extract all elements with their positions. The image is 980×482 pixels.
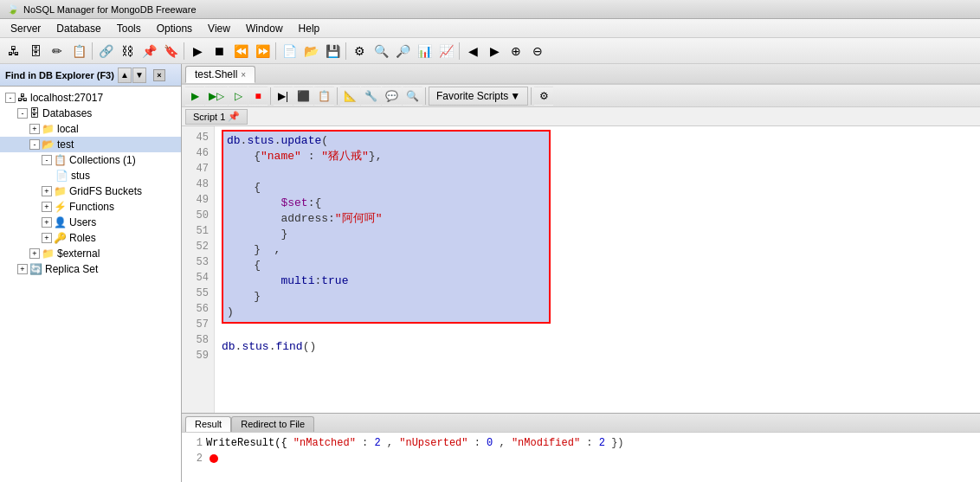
script-tab-1[interactable]: Script 1 📌 bbox=[185, 109, 248, 125]
tree-stus[interactable]: 📄 stus bbox=[0, 168, 181, 183]
tree-gridfsbuckets[interactable]: + 📁 GridFS Buckets bbox=[0, 183, 181, 199]
toolbar-btn-16[interactable]: ⚙ bbox=[349, 41, 370, 61]
toolbar-btn-6[interactable]: ⛓ bbox=[117, 41, 138, 61]
ln-52: 52 bbox=[182, 239, 214, 254]
code-line-49: $set:{ bbox=[227, 196, 545, 211]
result-line-1: 1 WriteResult({ "nMatched" : 2 , "nUpser… bbox=[189, 435, 973, 451]
comment-btn[interactable]: 💬 bbox=[382, 87, 402, 106]
right-panel: test.Shell × ▶ ▶▷ ▷ ■ ▶| ⬛ 📋 📐 🔧 💬 🔍 Fav… bbox=[182, 64, 980, 482]
toolbar-btn-8[interactable]: 🔖 bbox=[160, 41, 181, 61]
tree-expand-external[interactable]: + bbox=[29, 248, 40, 259]
ln-51: 51 bbox=[182, 223, 214, 239]
code-content[interactable]: db.stus.update( {"name" : "猪八戒"}, { $set… bbox=[215, 126, 980, 413]
tree-expand-functions[interactable]: + bbox=[42, 202, 52, 212]
code-line-46: {"name" : "猪八戒"}, bbox=[227, 149, 545, 164]
tree-expand-users[interactable]: + bbox=[42, 217, 52, 228]
find-explorer-label: Find in DB Explorer (F3) bbox=[5, 70, 114, 80]
settings-btn[interactable]: ⚙ bbox=[534, 87, 553, 106]
toolbar-btn-14[interactable]: 📂 bbox=[300, 41, 321, 61]
nav-up[interactable]: ▲ bbox=[118, 67, 132, 83]
toolbar-btn-9[interactable]: ▶ bbox=[187, 41, 208, 61]
toolbar-btn-19[interactable]: 📊 bbox=[414, 41, 435, 61]
tree-local[interactable]: + 📁 local bbox=[0, 121, 181, 137]
toolbar-btn-1[interactable]: 🖧 bbox=[3, 41, 24, 61]
databases-label: Databases bbox=[42, 107, 92, 119]
tree-collections[interactable]: - 📋 Collections (1) bbox=[0, 152, 181, 168]
result-tab-redirect[interactable]: Redirect to File bbox=[231, 416, 314, 432]
menu-view[interactable]: View bbox=[201, 21, 237, 36]
menu-options[interactable]: Options bbox=[150, 21, 199, 36]
main-toolbar: 🖧 🗄 ✏ 📋 🔗 ⛓ 📌 🔖 ▶ ⏹ ⏪ ⏩ 📄 📂 💾 ⚙ 🔍 🔎 📊 📈 … bbox=[0, 38, 980, 64]
tree-expand-connection[interactable]: - bbox=[5, 93, 16, 103]
open-script-btn[interactable]: 📋 bbox=[314, 87, 334, 106]
external-label: $external bbox=[57, 247, 100, 260]
toolbar-btn-4[interactable]: 📋 bbox=[68, 41, 89, 61]
toolbar-btn-17[interactable]: 🔍 bbox=[371, 41, 391, 61]
result-tab-result[interactable]: Result bbox=[185, 416, 231, 432]
menu-database[interactable]: Database bbox=[49, 21, 107, 36]
find-explorer-header: Find in DB Explorer (F3) ▲ ▼ × bbox=[0, 64, 181, 87]
stop-btn[interactable]: ■ bbox=[248, 87, 268, 106]
tree-external[interactable]: + 📁 $external bbox=[0, 246, 181, 261]
code-editor[interactable]: 45 46 47 48 49 50 51 52 53 54 55 56 57 5… bbox=[182, 126, 980, 413]
code-line-48: { bbox=[227, 180, 545, 196]
tree-test[interactable]: - 📂 test bbox=[0, 137, 181, 152]
run-btn[interactable]: ▶ bbox=[185, 87, 204, 106]
run-step-btn[interactable]: ▶| bbox=[274, 87, 293, 106]
toolbar-btn-5[interactable]: 🔗 bbox=[95, 41, 116, 61]
toolbar-btn-20[interactable]: 📈 bbox=[435, 41, 456, 61]
menu-window[interactable]: Window bbox=[239, 21, 290, 36]
collections-label: Collections (1) bbox=[69, 154, 136, 166]
code-line-50: address:"阿何呵" bbox=[227, 211, 545, 227]
tree-expand-collections[interactable]: - bbox=[42, 155, 52, 165]
search-code-btn[interactable]: 🔍 bbox=[403, 87, 422, 106]
tree-functions[interactable]: + ⚡ Functions bbox=[0, 199, 181, 215]
run-current-btn[interactable]: ▷ bbox=[229, 87, 248, 106]
local-db-icon: 📁 bbox=[42, 123, 55, 135]
toolbar-btn-22[interactable]: ▶ bbox=[484, 41, 505, 61]
tree-expand-databases[interactable]: - bbox=[17, 108, 28, 119]
toolbar-btn-10[interactable]: ⏹ bbox=[209, 41, 229, 61]
toolbar-btn-13[interactable]: 📄 bbox=[279, 41, 300, 61]
tree-expand-local[interactable]: + bbox=[29, 124, 40, 134]
toolbar-btn-2[interactable]: 🗄 bbox=[25, 41, 46, 61]
toolbar-btn-23[interactable]: ⊕ bbox=[506, 41, 526, 61]
run-selected-btn[interactable]: ▶▷ bbox=[205, 87, 228, 106]
tree-expand-roles[interactable]: + bbox=[42, 233, 52, 243]
toolbar-sep-2 bbox=[184, 42, 184, 60]
databases-icon: 🗄 bbox=[29, 107, 40, 119]
script-sep-1 bbox=[270, 87, 271, 105]
toolbar-btn-21[interactable]: ◀ bbox=[462, 41, 483, 61]
format-btn[interactable]: 🔧 bbox=[361, 87, 381, 106]
script-toolbar: ▶ ▶▷ ▷ ■ ▶| ⬛ 📋 📐 🔧 💬 🔍 Favorite Scripts… bbox=[182, 85, 980, 107]
tree-databases[interactable]: - 🗄 Databases bbox=[0, 106, 181, 121]
toolbar-btn-15[interactable]: 💾 bbox=[322, 41, 343, 61]
menu-tools[interactable]: Tools bbox=[110, 21, 148, 36]
tree-connection[interactable]: - 🖧 localhost:27017 bbox=[0, 90, 181, 106]
left-panel: Find in DB Explorer (F3) ▲ ▼ × - 🖧 local… bbox=[0, 64, 182, 482]
menu-help[interactable]: Help bbox=[292, 21, 327, 36]
tree-replicaset[interactable]: + 🔄 Replica Set bbox=[0, 261, 181, 277]
save-script-btn[interactable]: ⬛ bbox=[293, 87, 313, 106]
tree-expand-gridfsbuckets[interactable]: + bbox=[42, 186, 52, 196]
menu-server[interactable]: Server bbox=[3, 21, 48, 36]
nav-down[interactable]: ▼ bbox=[132, 67, 146, 83]
toolbar-btn-7[interactable]: 📌 bbox=[139, 41, 159, 61]
toolbar-btn-12[interactable]: ⏩ bbox=[252, 41, 273, 61]
toolbar-btn-18[interactable]: 🔎 bbox=[392, 41, 413, 61]
favorite-scripts-btn[interactable]: Favorite Scripts ▼ bbox=[429, 87, 528, 106]
tree-expand-replicaset[interactable]: + bbox=[17, 264, 28, 274]
indent-btn[interactable]: 📐 bbox=[340, 87, 360, 106]
result-ln-2: 2 bbox=[189, 451, 203, 466]
tab-close-icon[interactable]: × bbox=[241, 70, 246, 80]
tree-expand-test[interactable]: - bbox=[29, 139, 40, 150]
tree-roles[interactable]: + 🔑 Roles bbox=[0, 230, 181, 246]
connection-label: localhost:27017 bbox=[30, 92, 103, 104]
toolbar-btn-24[interactable]: ⊖ bbox=[527, 41, 548, 61]
replicaset-label: Replica Set bbox=[45, 263, 98, 275]
tab-test-shell[interactable]: test.Shell × bbox=[185, 66, 255, 83]
toolbar-btn-3[interactable]: ✏ bbox=[47, 41, 68, 61]
toolbar-btn-11[interactable]: ⏪ bbox=[230, 41, 251, 61]
find-explorer-close[interactable]: × bbox=[153, 69, 165, 81]
tree-users[interactable]: + 👤 Users bbox=[0, 215, 181, 230]
